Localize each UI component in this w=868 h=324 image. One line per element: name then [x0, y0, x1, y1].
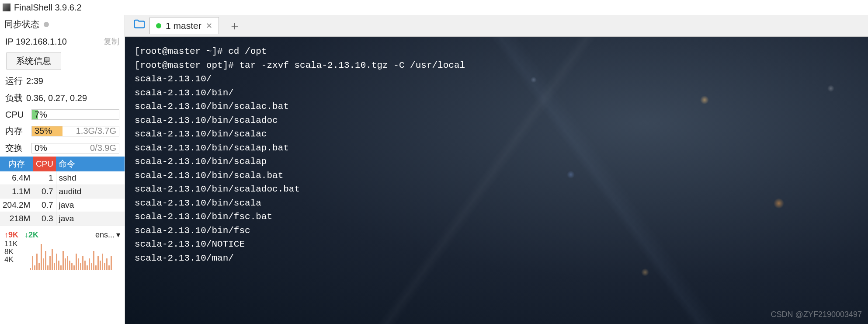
swap-bar: 0% 0/3.9G	[31, 143, 119, 153]
cell-cmd: auditd	[56, 185, 125, 199]
spark-bar	[71, 263, 73, 270]
network-row: ↑9K ↓2K ens... ▾	[0, 226, 125, 240]
spark-bar	[67, 256, 68, 270]
spark-bar	[69, 261, 70, 270]
terminal-line: scala-2.13.10/bin/scaladoc.bat	[135, 182, 858, 196]
spark-bar	[89, 258, 90, 270]
col-command[interactable]: 命令	[56, 157, 125, 171]
memory-extra: 1.3G/3.7G	[76, 126, 119, 136]
cell-cpu: 0.7	[33, 185, 56, 199]
terminal-line: scala-2.13.10/man/	[135, 251, 858, 265]
col-cpu[interactable]: CPU	[33, 157, 56, 171]
uptime-label: 运行	[5, 75, 23, 87]
status-dot-icon	[156, 23, 161, 28]
net-up: ↑9K	[4, 230, 18, 240]
table-row[interactable]: 6.4M1sshd	[0, 171, 125, 185]
spark-bar	[80, 263, 81, 270]
spark-bar	[47, 265, 49, 270]
sync-label: 同步状态	[4, 18, 39, 30]
ip-row: IP 192.168.1.10 复制	[0, 34, 125, 49]
load-label: 负载	[5, 92, 23, 104]
spark-bar	[78, 258, 79, 270]
memory-pct: 35%	[32, 126, 52, 136]
terminal-line: [root@master ~]# cd /opt	[135, 45, 858, 59]
cpu-bar: 7%	[31, 109, 119, 120]
terminal[interactable]: CSDN @ZYF2190003497 [root@master ~]# cd …	[125, 37, 868, 324]
system-info-button[interactable]: 系统信息	[6, 52, 61, 70]
cell-mem: 1.1M	[0, 185, 33, 199]
uptime-value: 2:39	[26, 76, 43, 86]
terminal-line: scala-2.13.10/bin/scaladoc	[135, 114, 858, 128]
cpu-pct: 7%	[32, 110, 47, 120]
sidebar: 同步状态 IP 192.168.1.10 复制 系统信息 运行 2:39 负载 …	[0, 15, 125, 324]
new-tab-button[interactable]: ＋	[222, 17, 247, 34]
content-area: 1 master ✕ ＋ CSDN @ZYF2190003497 [root@m…	[125, 15, 868, 324]
watermark: CSDN @ZYF2190003497	[771, 309, 862, 321]
spark-bar	[106, 258, 108, 270]
spark-bar	[60, 265, 62, 270]
spark-bar	[111, 256, 112, 270]
table-row[interactable]: 218M0.3java	[0, 212, 125, 226]
spark-bar	[30, 268, 31, 270]
terminal-line: scala-2.13.10/bin/fsc	[135, 224, 858, 238]
terminal-line: [root@master opt]# tar -zxvf scala-2.13.…	[135, 59, 858, 73]
terminal-line: scala-2.13.10/bin/scala.bat	[135, 169, 858, 183]
spark-bar	[34, 265, 35, 270]
memory-label: 内存	[5, 125, 28, 137]
tab-label: 1 master	[166, 21, 201, 31]
spark-bar	[82, 256, 83, 270]
spark-bar	[97, 256, 99, 270]
swap-extra: 0/3.9G	[90, 143, 119, 153]
tab-master[interactable]: 1 master ✕	[149, 17, 219, 34]
spark-bar	[38, 263, 40, 270]
chevron-down-icon: ▾	[116, 230, 120, 240]
spark-bar	[102, 254, 103, 270]
spark-bar	[84, 261, 86, 270]
terminal-line: scala-2.13.10/bin/	[135, 86, 858, 100]
spark-bar	[93, 251, 94, 270]
spark-bar	[73, 265, 75, 270]
spark-bar	[52, 249, 53, 270]
close-icon[interactable]: ✕	[206, 21, 212, 31]
network-chart: 11K 8K 4K	[0, 240, 125, 270]
sync-status-row: 同步状态	[0, 15, 125, 34]
net-interface-dropdown[interactable]: ens... ▾	[95, 230, 120, 240]
spark-bar	[41, 244, 42, 270]
cell-mem: 218M	[0, 212, 33, 226]
swap-label: 交换	[5, 142, 28, 154]
net-down: ↓2K	[24, 230, 38, 240]
spark-bar	[58, 261, 59, 270]
spark-bar	[45, 251, 46, 270]
table-row[interactable]: 204.2M0.7java	[0, 199, 125, 212]
terminal-line: scala-2.13.10/NOTICE	[135, 237, 858, 251]
app-title: FinalShell 3.9.6.2	[14, 3, 82, 13]
cpu-row: CPU 7%	[0, 107, 125, 122]
cell-cmd: sshd	[56, 171, 125, 185]
cell-cpu: 0.7	[33, 199, 56, 212]
terminal-line: scala-2.13.10/bin/scala	[135, 196, 858, 210]
sync-dot-icon	[44, 22, 49, 27]
spark-bar	[91, 263, 92, 270]
terminal-line: scala-2.13.10/bin/scalap	[135, 155, 858, 169]
cell-cpu: 1	[33, 171, 56, 185]
spark-bar	[36, 254, 38, 270]
spark-bar	[95, 265, 97, 270]
memory-row: 内存 35% 1.3G/3.7G	[0, 122, 125, 139]
cell-mem: 6.4M	[0, 171, 33, 185]
terminal-line: scala-2.13.10/bin/scalap.bat	[135, 141, 858, 155]
spark-bar	[87, 265, 88, 270]
folder-icon[interactable]	[133, 18, 146, 33]
title-bar: FinalShell 3.9.6.2	[0, 0, 868, 15]
ip-value: 192.168.1.10	[16, 37, 67, 46]
table-row[interactable]: 1.1M0.7auditd	[0, 185, 125, 199]
spark-bar	[76, 254, 77, 270]
terminal-line: scala-2.13.10/bin/scalac	[135, 127, 858, 141]
spark-bar	[65, 258, 66, 270]
cell-cpu: 0.3	[33, 212, 56, 226]
copy-button[interactable]: 复制	[104, 36, 119, 47]
cell-mem: 204.2M	[0, 199, 33, 212]
spark-bar	[54, 263, 55, 270]
col-memory[interactable]: 内存	[0, 157, 33, 171]
uptime-row: 运行 2:39	[0, 73, 125, 90]
ip-label: IP	[5, 37, 14, 46]
